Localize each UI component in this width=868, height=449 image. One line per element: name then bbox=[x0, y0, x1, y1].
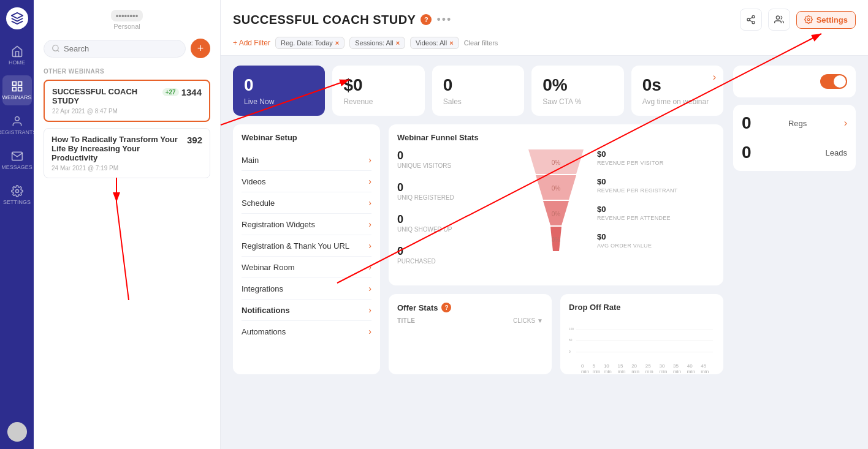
svg-text:80: 80 bbox=[569, 339, 573, 342]
rev-order-val: $0 bbox=[597, 232, 715, 241]
rev-registrant-val: $0 bbox=[597, 177, 715, 186]
setup-item-reg-url[interactable]: Registration & Thank You URL › bbox=[242, 235, 371, 257]
filter-sessions-remove[interactable]: × bbox=[396, 39, 400, 47]
setup-item-webinar-room[interactable]: Webinar Room › bbox=[242, 257, 371, 278]
settings-button[interactable]: Settings bbox=[796, 11, 856, 29]
add-filter-button[interactable]: + Add Filter bbox=[233, 39, 270, 47]
sidebar-item-home[interactable]: HOME bbox=[2, 40, 32, 70]
offer-stats-panel: Offer Stats ? TITLE CLICKS ▼ bbox=[389, 294, 552, 374]
webinar-item-2-title: How To Radically Transform Your Life By … bbox=[51, 135, 187, 162]
dropoff-chart: 100 80 0 0 min5 min10 min15 min20 min25 … bbox=[569, 317, 715, 366]
svg-text:0%: 0% bbox=[552, 185, 561, 192]
leads-number: 0 bbox=[742, 143, 752, 162]
main-content-area: SUCCESSFUL COACH STUDY ? ••• Settings + … bbox=[221, 0, 868, 449]
setup-item-schedule[interactable]: Schedule › bbox=[242, 192, 371, 214]
setup-item-videos[interactable]: Videos › bbox=[242, 171, 371, 192]
webinar-item-2-info: How To Radically Transform Your Life By … bbox=[51, 135, 187, 172]
search-box[interactable] bbox=[44, 40, 186, 58]
filter-users-button[interactable] bbox=[768, 9, 790, 31]
more-options-button[interactable]: ••• bbox=[436, 13, 452, 26]
webinar-item-2[interactable]: How To Radically Transform Your Life By … bbox=[44, 128, 210, 178]
header-actions: Settings bbox=[740, 9, 856, 31]
svg-line-7 bbox=[58, 50, 59, 52]
offer-title-row: Offer Stats ? bbox=[397, 303, 543, 312]
sidebar-item-registrants[interactable]: REGISTRANTS bbox=[2, 110, 32, 140]
offer-col-clicks[interactable]: CLICKS ▼ bbox=[513, 317, 543, 324]
other-webinars-label: OTHER WEBINARS bbox=[44, 68, 210, 75]
cta-label: Saw CTA % bbox=[542, 97, 612, 106]
funnel-row-showed-up: 0 UNIQ SHOWED UP bbox=[397, 213, 515, 233]
sidebar-item-webinars[interactable]: WEBINARS bbox=[2, 75, 32, 105]
setup-item-notifications[interactable]: Notifications › bbox=[242, 300, 371, 321]
sidebar-item-settings[interactable]: SETTINGS bbox=[2, 180, 32, 210]
regs-nav-arrow[interactable]: › bbox=[844, 118, 847, 129]
setup-item-main[interactable]: Main › bbox=[242, 149, 371, 171]
setup-notifications-label: Notifications bbox=[242, 306, 290, 315]
filter-tag-videos: Videos: All × bbox=[410, 37, 459, 49]
toggle-knob bbox=[834, 75, 846, 88]
svg-line-11 bbox=[749, 20, 752, 22]
avgtime-value: 0s bbox=[642, 75, 712, 95]
revenue-value: $0 bbox=[343, 75, 413, 95]
rev-visitor-lbl: REVENUE PER VISITOR bbox=[597, 160, 715, 166]
svg-rect-3 bbox=[18, 88, 21, 91]
setup-item-integrations[interactable]: Integrations › bbox=[242, 278, 371, 300]
app-logo bbox=[6, 7, 28, 29]
bottom-row: Offer Stats ? TITLE CLICKS ▼ bbox=[389, 294, 723, 374]
setup-item-reg-widgets[interactable]: Registration Widgets › bbox=[242, 214, 371, 235]
setup-main-label: Main bbox=[242, 156, 259, 165]
webinar-item-1-info: SUCCESSFUL COACH STUDY 22 Apr 2021 @ 8:4… bbox=[52, 87, 162, 115]
rev-visitor-val: $0 bbox=[597, 149, 715, 159]
regs-leads-panel: 0 Regs › 0 Leads bbox=[733, 105, 856, 171]
webinar-item-1-count: 1344 bbox=[181, 87, 202, 97]
filter-videos-remove[interactable]: × bbox=[449, 39, 453, 47]
dropoff-rate-panel: Drop Off Rate 100 80 0 bbox=[560, 294, 723, 374]
left-content-panel: 0 Live Now $0 Revenue 0 Sales 0% Saw CTA… bbox=[233, 66, 723, 439]
share-button[interactable] bbox=[740, 9, 762, 31]
filter-tag-regdate: Reg. Date: Today × bbox=[275, 37, 345, 49]
metric-live-now: 0 Live Now bbox=[233, 66, 325, 116]
svg-point-6 bbox=[53, 45, 58, 51]
rev-row-visitor: $0 REVENUE PER VISITOR bbox=[597, 149, 715, 166]
sales-value: 0 bbox=[443, 75, 513, 95]
webinar-item-1[interactable]: SUCCESSFUL COACH STUDY 22 Apr 2021 @ 8:4… bbox=[44, 80, 210, 122]
sidebar-panel: •••••••• Personal + OTHER WEBINARS SUCCE… bbox=[34, 0, 221, 449]
right-content-panel: 0 Regs › 0 Leads bbox=[733, 66, 856, 439]
user-avatar[interactable] bbox=[7, 422, 27, 442]
svg-point-8 bbox=[752, 15, 755, 18]
search-input[interactable] bbox=[64, 44, 178, 53]
sidebar-item-messages[interactable]: MESSAGES bbox=[2, 145, 32, 175]
svg-text:0%: 0% bbox=[552, 159, 561, 166]
webinar-item-1-badge: +27 bbox=[162, 88, 179, 96]
regs-number: 0 bbox=[742, 113, 752, 133]
chevron-right-icon: › bbox=[368, 198, 371, 208]
clear-filters-button[interactable]: Clear filters bbox=[464, 39, 498, 47]
cta-value: 0% bbox=[542, 75, 612, 95]
webinar-item-2-date: 24 Mar 2021 @ 7:19 PM bbox=[51, 165, 187, 172]
regs-row: 0 Regs › bbox=[742, 113, 847, 133]
account-type: Personal bbox=[44, 23, 210, 30]
offer-title: Offer Stats ? bbox=[397, 303, 451, 312]
svg-point-13 bbox=[776, 16, 779, 19]
svg-rect-0 bbox=[12, 82, 16, 86]
settings-label: Settings bbox=[817, 15, 848, 25]
help-icon[interactable]: ? bbox=[421, 14, 432, 25]
offer-columns: TITLE CLICKS ▼ bbox=[397, 317, 543, 324]
metrics-row: 0 Live Now $0 Revenue 0 Sales 0% Saw CTA… bbox=[233, 66, 723, 116]
setup-item-automations[interactable]: Automations › bbox=[242, 321, 371, 342]
svg-rect-1 bbox=[18, 82, 21, 86]
svg-point-9 bbox=[747, 18, 750, 21]
title-row: SUCCESSFUL COACH STUDY ? ••• bbox=[233, 13, 452, 27]
toggle-switch[interactable] bbox=[820, 74, 847, 89]
setup-videos-label: Videos bbox=[242, 177, 266, 186]
setup-reg-widgets-label: Registration Widgets bbox=[242, 220, 315, 229]
offer-help-icon: ? bbox=[441, 303, 451, 312]
dropoff-title: Drop Off Rate bbox=[569, 303, 715, 312]
filter-regdate-remove[interactable]: × bbox=[335, 39, 339, 47]
offer-col-title: TITLE bbox=[397, 317, 415, 324]
add-webinar-button[interactable]: + bbox=[191, 39, 210, 58]
chevron-right-icon: › bbox=[368, 284, 371, 293]
rev-order-lbl: AVG ORDER VALUE bbox=[597, 243, 715, 249]
nav-settings-label: SETTINGS bbox=[3, 199, 31, 205]
funnel-stats-left: 0 UNIQUE VISITORS 0 UNIQ REGISTERED bbox=[397, 149, 515, 277]
